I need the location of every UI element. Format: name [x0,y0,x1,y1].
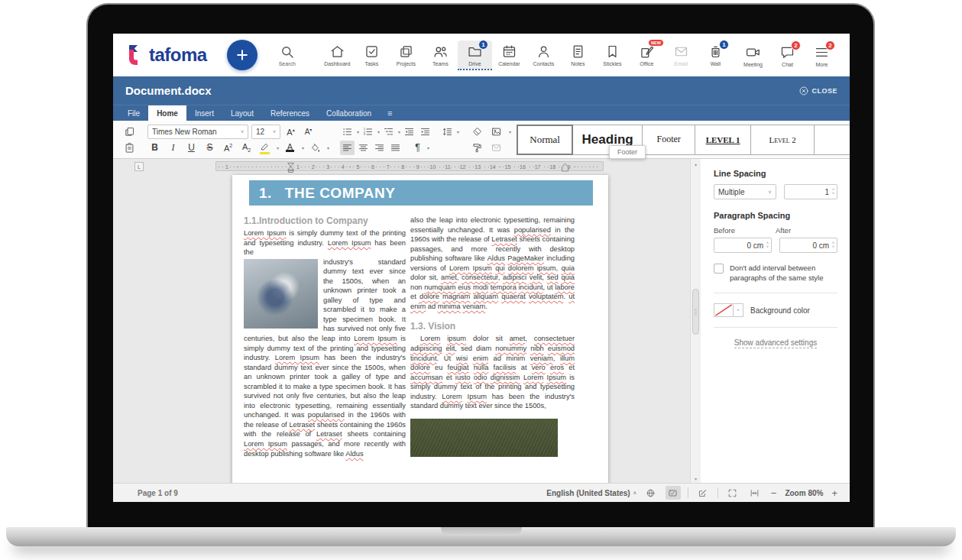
tab-collaboration[interactable]: Collaboration [318,105,380,121]
nav-item-tasks[interactable]: Tasks [355,40,389,70]
align-left-button[interactable] [340,141,355,155]
horizontal-ruler[interactable]: 112345678910111213141516171819 [215,161,604,171]
scroll-up-arrow[interactable]: ▴ [691,159,701,168]
nav-item-office[interactable]: NEW Office [630,40,664,70]
strikethrough-button[interactable]: S [202,141,217,155]
tab-layout[interactable]: Layout [222,105,262,121]
insert-image-button[interactable] [489,125,504,139]
close-button[interactable]: CLOSE [798,86,837,96]
topnav-right-items: Meeting 2 Chat 2 More [736,41,839,70]
grow-font-button[interactable]: A▴ [283,125,298,139]
background-color-dropdown[interactable]: ˅ [734,303,743,317]
zoom-in-button[interactable]: + [830,487,839,499]
misspelled-word: ut [568,293,575,300]
nav-item-stickies[interactable]: Stickies [595,40,630,70]
font-family-select[interactable]: Times New Roman ˅ [147,125,248,139]
increase-indent-button[interactable] [418,125,432,139]
line-spacing-button[interactable] [440,125,455,139]
nav-item-email[interactable]: Email [664,40,698,70]
misspelled-word: veniam [530,354,553,362]
tasks-icon [364,44,380,60]
nav-item-notes[interactable]: Notes [561,40,595,70]
paste-button[interactable] [122,141,137,155]
spacing-after-stepper[interactable]: 0 cm ˄˅ [779,238,837,253]
scroll-down-arrow[interactable]: ▾ [691,474,701,483]
style-level2[interactable]: Level 2 [750,125,815,155]
misspelled-word: euismod [548,345,575,352]
nav-item-projects[interactable]: Projects [389,40,423,70]
tab-home[interactable]: Home [148,105,186,121]
nav-item-contacts[interactable]: Contacts [526,40,561,70]
zoom-out-button[interactable]: − [769,487,779,499]
style-empty[interactable] [814,125,850,155]
italic-button[interactable]: I [166,141,180,155]
nav-item-dashboard[interactable]: Dashboard [320,40,355,70]
indent-marker[interactable] [287,163,294,173]
add-button[interactable] [227,40,258,70]
nav-item-calendar[interactable]: Calendar [492,40,526,70]
highlight-color-button[interactable] [258,141,272,155]
language-dropdown[interactable]: English (United States) ˄ [546,489,636,497]
clear-formatting-button[interactable] [470,125,484,139]
bullets-icon [342,126,353,138]
projects-icon [398,44,414,60]
tabs-hamburger-icon[interactable]: ≡ [380,105,400,121]
pilcrow-button[interactable]: ¶ [410,141,425,155]
scrollbar-thumb[interactable] [692,289,699,335]
style-footer[interactable]: Footer [642,125,695,155]
line-spacing-stepper[interactable]: 1 ˄˅ [784,184,837,199]
fit-page-button[interactable] [725,486,740,500]
fill-color-button[interactable] [308,141,322,155]
globe-button[interactable] [643,486,659,500]
misspelled-word: amet [510,335,526,342]
mail-merge-button[interactable] [489,141,504,155]
nav-item-drive[interactable]: 1 Drive [458,40,492,70]
fit-width-button[interactable] [747,486,763,500]
numbered-list-button[interactable]: 123 [361,125,375,139]
tab-file[interactable]: File [119,105,148,121]
email-icon [673,44,689,60]
tab-references[interactable]: References [262,105,318,121]
nav-item-chat[interactable]: 2 Chat [770,41,805,70]
misspelled-word: facilisis [494,364,517,371]
background-color-swatch[interactable] [714,303,734,317]
tabstop-selector[interactable]: L [134,162,144,171]
font-color-button[interactable]: A [283,141,297,155]
line-spacing-select[interactable]: Multiple ˅ [714,184,776,199]
font-size-select[interactable]: 12 ˅ [251,125,280,139]
subscript-button[interactable]: A2 [239,141,254,155]
search-button[interactable]: Search [279,44,296,66]
formatting-toolbar: Times New Roman ˅ 12 ˅ A▴ A▾ B I U [113,121,850,159]
style-normal[interactable]: Normal [517,125,573,155]
document-page[interactable]: 1. THE COMPANY 1.1.Introduction to Compa… [232,175,608,483]
nav-item-more[interactable]: 2 More [805,41,839,70]
tab-insert[interactable]: Insert [186,105,222,121]
interval-checkbox[interactable] [714,264,724,274]
format-painter-button[interactable] [470,141,484,155]
advanced-settings-link[interactable]: Show advanced settings [734,338,817,348]
spacing-before-stepper[interactable]: 0 cm ˄˅ [714,238,772,253]
notification-badge: 2 [825,40,835,50]
brand-name: tafoma [149,44,207,66]
track-changes-button[interactable] [695,486,711,500]
align-right-button[interactable] [372,141,387,155]
bullet-list-button[interactable] [340,125,355,139]
bold-button[interactable]: B [147,141,162,155]
spellcheck-button[interactable] [666,486,681,500]
shrink-font-button[interactable]: A▾ [301,125,316,139]
multilevel-list-button[interactable] [381,125,396,139]
right-indent-marker[interactable] [562,163,568,172]
superscript-button[interactable]: A2 [221,141,235,155]
align-center-button[interactable] [356,141,371,155]
decrease-indent-button[interactable] [402,125,416,139]
tafoma-logo[interactable]: tafoma [125,44,207,66]
underline-button[interactable]: U [184,141,199,155]
copy-button[interactable] [122,125,137,139]
nav-item-teams[interactable]: Teams [423,40,458,70]
style-level1[interactable]: LEVEL 1 [695,125,751,155]
nav-item-meeting[interactable]: Meeting [736,41,770,70]
document-scrollbar[interactable]: ▴ ▾ [690,159,701,483]
nav-item-wall[interactable]: 1 Wall [698,40,733,70]
misspelled-word: Letraset [316,430,342,438]
align-justify-button[interactable] [388,141,403,155]
